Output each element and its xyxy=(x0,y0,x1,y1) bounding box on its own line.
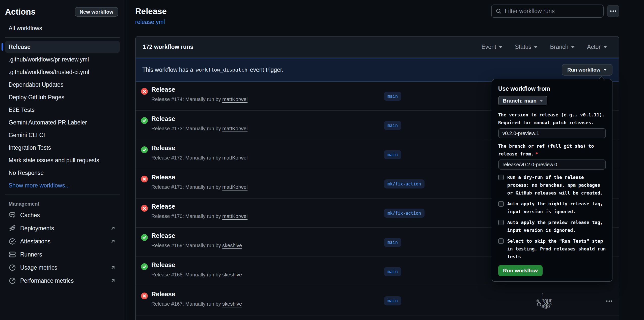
run-title[interactable]: Release xyxy=(151,232,175,239)
run-description-text: Release #173: Manually run by xyxy=(151,126,221,131)
workflow-option-row[interactable]: Auto apply the preview release tag, inpu… xyxy=(498,218,606,234)
success-check-icon xyxy=(141,117,148,124)
run-actor-link[interactable]: skeshive xyxy=(222,301,242,307)
run-title[interactable]: Release xyxy=(151,203,175,210)
run-duration-label: 35s xyxy=(544,301,552,307)
management-item[interactable]: Attestations xyxy=(5,235,120,248)
run-title[interactable]: Release xyxy=(151,261,175,269)
sidebar-workflow-item[interactable]: E2E Tests xyxy=(5,104,120,116)
sidebar-workflow-item[interactable]: Mark stale issues and pull requests xyxy=(5,154,120,166)
sidebar-workflow-item[interactable]: Release xyxy=(5,41,120,53)
run-actor-link[interactable]: skeshive xyxy=(222,272,242,277)
run-actor-link[interactable]: mattKorwel xyxy=(222,155,247,161)
more-options-button[interactable] xyxy=(607,5,619,17)
run-description: Release #170: Manually run by mattKorwel xyxy=(151,213,247,219)
run-actor-link[interactable]: mattKorwel xyxy=(222,97,247,102)
branch-badge[interactable]: main xyxy=(384,121,401,130)
failure-x-icon xyxy=(141,88,148,95)
run-actor-link[interactable]: mattKorwel xyxy=(222,213,247,219)
workflow-run-row[interactable]: Release Release #167: Manually run by sk… xyxy=(136,286,619,315)
workflow-dispatch-banner: This workflow has a workflow_dispatch ev… xyxy=(136,58,619,82)
runs-list-header: 172 workflow runs Event Status Branch Ac… xyxy=(136,37,619,58)
checkbox[interactable] xyxy=(498,201,504,207)
run-title[interactable]: Release xyxy=(151,291,175,298)
run-title[interactable]: Release xyxy=(151,174,175,181)
workflow-item-label: Release xyxy=(9,44,31,50)
filter-workflow-runs-input[interactable] xyxy=(505,8,599,15)
run-title[interactable]: Release xyxy=(151,115,175,122)
ref-field-label-text: The branch or ref (full git sha) to rele… xyxy=(498,143,594,156)
run-title[interactable]: Release xyxy=(151,86,175,93)
run-actor-link[interactable]: mattKorwel xyxy=(222,126,247,131)
branch-badge[interactable]: main xyxy=(384,92,401,101)
branch-badge[interactable]: main xyxy=(384,238,401,247)
run-status-icon xyxy=(141,293,148,299)
management-item[interactable]: Runners xyxy=(5,248,120,261)
search-icon xyxy=(496,8,502,14)
checkbox[interactable] xyxy=(498,238,504,244)
run-options-button[interactable] xyxy=(605,297,613,306)
branch-badge[interactable]: main xyxy=(384,267,401,276)
run-title[interactable]: Release xyxy=(151,144,175,152)
sidebar-workflow-item[interactable]: Gemini CLI CI xyxy=(5,129,120,141)
ref-input[interactable] xyxy=(498,159,606,170)
workflow-item-label: .github/workflows/pr-review.yml xyxy=(9,56,89,63)
filter-dropdown-label: Status xyxy=(515,44,531,50)
sidebar-workflow-item[interactable]: .github/workflows/trusted-ci.yml xyxy=(5,66,120,78)
sidebar-workflow-item[interactable]: No Response xyxy=(5,167,120,179)
success-check-icon xyxy=(141,146,148,153)
run-workflow-submit-button[interactable]: Run workflow xyxy=(498,265,543,276)
new-workflow-button[interactable]: New workflow xyxy=(75,7,118,17)
kebab-icon xyxy=(609,7,617,15)
management-item[interactable]: Caches xyxy=(5,209,120,221)
checkbox-label: Auto apply the nightly release tag, inpu… xyxy=(507,200,606,215)
success-check-icon xyxy=(141,263,148,270)
management-item-icon xyxy=(9,264,16,271)
sidebar-workflow-item[interactable]: Gemini Automated PR Labeler xyxy=(5,116,120,129)
run-status-icon xyxy=(141,176,148,182)
filter-dropdown-label: Actor xyxy=(587,44,601,50)
management-item[interactable]: Performance metrics xyxy=(5,274,120,287)
version-field-label: The version to release (e.g., v0.1.11). … xyxy=(498,111,606,126)
run-actor-link[interactable]: skeshive xyxy=(222,243,242,248)
management-item-icon xyxy=(9,251,16,258)
run-status-icon xyxy=(141,146,148,153)
workflow-item-label: Dependabot Updates xyxy=(9,81,63,88)
management-item[interactable]: Deployments xyxy=(5,222,120,235)
run-actor-link[interactable]: mattKorwel xyxy=(222,184,247,190)
sidebar-workflow-item[interactable]: Dependabot Updates xyxy=(5,79,120,91)
checkbox[interactable] xyxy=(498,220,504,225)
workflow-option-row[interactable]: Select to skip the "Run Tests" step in t… xyxy=(498,237,606,261)
filter-dropdown-label: Event xyxy=(481,44,496,50)
workflow-option-row[interactable]: Auto apply the nightly release tag, inpu… xyxy=(498,200,606,215)
run-status-icon xyxy=(141,263,148,270)
branch-badge[interactable]: mk/fix-action xyxy=(384,209,425,218)
management-item-label: Attestations xyxy=(20,238,50,245)
sidebar-divider xyxy=(5,195,120,195)
run-description-text: Release #174: Manually run by xyxy=(151,97,221,102)
workflow-item-label: Gemini Automated PR Labeler xyxy=(9,119,87,126)
workflow-option-row[interactable]: Run a dry-run of the release process; no… xyxy=(498,173,606,197)
show-more-workflows-link[interactable]: Show more workflows... xyxy=(5,179,120,191)
management-item-icon xyxy=(9,238,16,245)
run-workflow-dropdown-button[interactable]: Run workflow xyxy=(562,64,612,76)
sidebar-workflow-item[interactable]: Deploy GitHub Pages xyxy=(5,91,120,103)
filter-dropdown[interactable]: Status xyxy=(515,44,538,50)
checkbox[interactable] xyxy=(498,175,504,180)
run-description: Release #174: Manually run by mattKorwel xyxy=(151,97,247,102)
workflow-file-link[interactable]: release.yml xyxy=(135,19,165,25)
branch-selector-button[interactable]: Branch: main xyxy=(498,96,548,106)
branch-badge[interactable]: mk/fix-action xyxy=(384,179,425,188)
sidebar-workflow-item[interactable]: Integration Tests xyxy=(5,142,120,154)
chevron-down-icon xyxy=(499,46,503,48)
success-check-icon xyxy=(141,234,148,241)
version-input[interactable] xyxy=(498,128,606,138)
filter-dropdown[interactable]: Actor xyxy=(587,44,607,50)
branch-badge[interactable]: main xyxy=(384,296,401,305)
sidebar-item-all-workflows[interactable]: All workflows xyxy=(5,22,120,34)
branch-badge[interactable]: main xyxy=(384,150,401,159)
filter-dropdown[interactable]: Event xyxy=(481,44,503,50)
sidebar-workflow-item[interactable]: .github/workflows/pr-review.yml xyxy=(5,53,120,66)
management-item[interactable]: Usage metrics xyxy=(5,261,120,274)
filter-dropdown[interactable]: Branch xyxy=(550,44,575,50)
